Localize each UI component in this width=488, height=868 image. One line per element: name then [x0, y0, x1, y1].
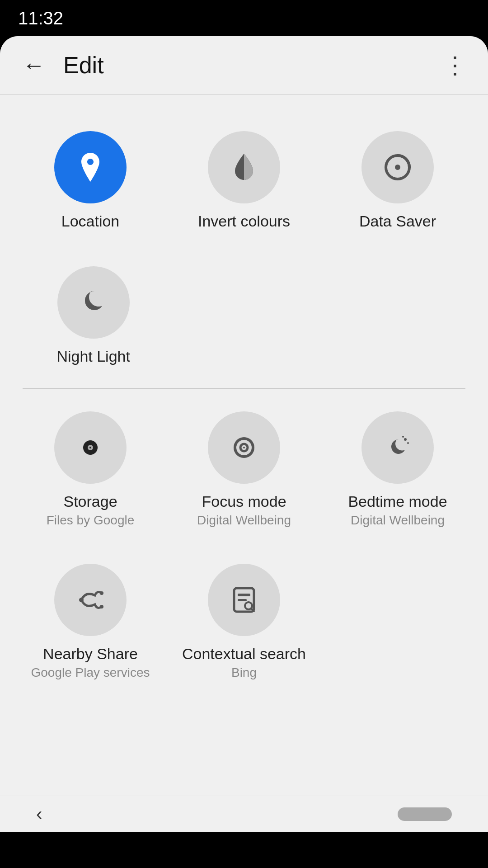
invert-colours-icon-bg [208, 131, 280, 203]
svg-point-4 [89, 447, 91, 448]
tile-night-light[interactable]: Night Light [18, 257, 169, 374]
top-tile-grid: Location Invert colours [14, 113, 474, 248]
contextual-search-label: Contextual search [182, 645, 306, 663]
storage-label: Storage [63, 493, 117, 510]
night-light-icon-bg [57, 266, 130, 339]
storage-icon [72, 429, 108, 466]
bedtime-mode-icon-bg [361, 411, 434, 484]
contextual-search-icon [226, 582, 262, 618]
status-time: 11:32 [18, 8, 63, 28]
bedtime-mode-sublabel: Digital Wellbeing [351, 513, 445, 528]
data-saver-label: Data Saver [359, 212, 436, 230]
location-label: Location [61, 212, 120, 230]
storage-sublabel: Files by Google [47, 513, 135, 528]
tile-storage[interactable]: Storage Files by Google [18, 402, 163, 537]
tile-data-saver[interactable]: Data Saver [325, 122, 470, 239]
storage-icon-bg [54, 411, 127, 484]
bedtime-mode-label: Bedtime mode [348, 493, 447, 510]
svg-rect-16 [238, 599, 247, 601]
focus-mode-label: Focus mode [202, 493, 286, 510]
section-divider [23, 388, 465, 389]
back-arrow-icon: ← [23, 52, 45, 78]
nearby-share-label: Nearby Share [43, 645, 138, 663]
tile-bedtime-mode[interactable]: Bedtime mode Digital Wellbeing [325, 402, 470, 537]
location-icon [72, 149, 108, 185]
svg-point-12 [100, 591, 103, 595]
svg-point-9 [407, 442, 409, 444]
nearby-share-icon-bg [54, 564, 127, 636]
nearby-share-sublabel: Google Play services [31, 665, 150, 680]
night-light-row: Night Light [14, 248, 474, 383]
more-options-button[interactable]: ⋮ [438, 49, 470, 81]
night-light-label: Night Light [56, 348, 130, 365]
bedtime-mode-icon [380, 429, 416, 466]
night-light-icon [75, 284, 112, 321]
bottom-tile-grid: Storage Files by Google Focus mode Digit… [14, 393, 474, 546]
svg-point-13 [100, 605, 103, 609]
contextual-search-sublabel: Bing [231, 665, 257, 680]
focus-mode-icon-bg [208, 411, 280, 484]
svg-point-10 [402, 436, 404, 438]
tile-nearby-share[interactable]: Nearby Share Google Play services [18, 555, 163, 689]
back-button[interactable]: ← [18, 49, 50, 81]
tile-focus-mode[interactable]: Focus mode Digital Wellbeing [172, 402, 316, 537]
focus-mode-sublabel: Digital Wellbeing [197, 513, 291, 528]
tile-invert-colours[interactable]: Invert colours [172, 122, 316, 239]
svg-point-1 [395, 165, 400, 170]
invert-colours-label: Invert colours [198, 212, 290, 230]
invert-colours-icon [226, 149, 262, 185]
svg-point-8 [404, 438, 407, 441]
svg-point-11 [79, 598, 84, 602]
nav-back-button[interactable]: ‹ [36, 804, 42, 824]
contextual-search-icon-bg [208, 564, 280, 636]
nav-home-indicator[interactable] [398, 807, 452, 821]
nearby-share-icon [72, 582, 108, 618]
focus-mode-icon [226, 429, 262, 466]
svg-rect-15 [238, 594, 250, 596]
page-title: Edit [63, 52, 438, 79]
more-options-icon: ⋮ [443, 53, 465, 77]
tile-location[interactable]: Location [18, 122, 163, 239]
data-saver-icon [380, 149, 416, 185]
data-saver-icon-bg [361, 131, 434, 203]
svg-point-7 [243, 447, 245, 448]
tile-contextual-search[interactable]: Contextual search Bing [172, 555, 316, 689]
navigation-bar: ‹ [0, 796, 488, 832]
location-icon-bg [54, 131, 127, 203]
last-tile-grid: Nearby Share Google Play services Contex… [14, 546, 474, 698]
